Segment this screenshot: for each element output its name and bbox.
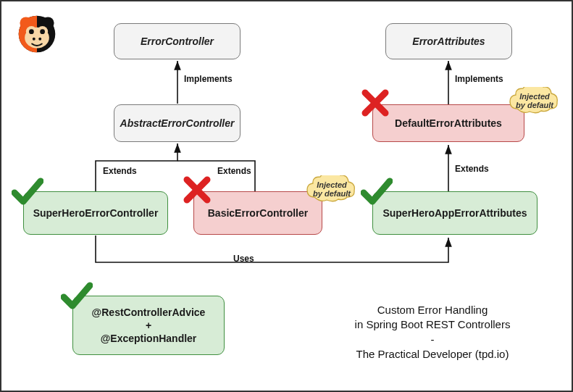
cross-icon — [361, 88, 390, 120]
caption-line: in Spring Boot REST Controllers — [320, 317, 545, 332]
edge-label-extends-1: Extends — [103, 166, 137, 176]
cloud-text: Injected by default — [516, 93, 553, 109]
cloud-annotation: Injected by default — [306, 175, 358, 204]
node-basic-error-controller: BasicErrorController — [193, 191, 322, 235]
check-icon — [361, 175, 393, 210]
cloud-annotation: Injected by default — [509, 87, 561, 116]
check-icon — [61, 280, 93, 314]
cloud-text: Injected by default — [313, 181, 351, 198]
svg-point-8 — [33, 38, 35, 41]
svg-point-6 — [29, 29, 34, 34]
diagram-canvas: ErrorController ErrorAttributes Implemen… — [0, 0, 573, 392]
node-superhero-app-error-attributes: SuperHeroAppErrorAttributes — [372, 191, 538, 235]
node-advice-handler: @RestControllerAdvice + @ExceptionHandle… — [72, 296, 225, 355]
caption-line: The Practical Developer (tpd.io) — [320, 347, 545, 362]
caption-line: - — [320, 333, 545, 347]
diagram-caption: Custom Error Handling in Spring Boot RES… — [320, 303, 545, 362]
edge-label-extends-3: Extends — [455, 164, 489, 174]
node-error-controller: ErrorController — [114, 23, 241, 59]
edge-label-implements-2: Implements — [455, 74, 503, 84]
node-superhero-error-controller: SuperHeroErrorController — [23, 191, 168, 235]
node-default-error-attributes: DefaultErrorAttributes — [372, 104, 524, 142]
cross-icon — [183, 175, 212, 207]
check-icon — [12, 175, 43, 210]
svg-point-7 — [40, 29, 45, 34]
edge-label-implements-1: Implements — [184, 74, 233, 84]
monkey-logo-icon — [17, 14, 57, 54]
node-abstract-error-controller: AbstractErrorController — [114, 104, 241, 142]
caption-line: Custom Error Handling — [320, 303, 545, 317]
svg-point-9 — [38, 38, 41, 41]
node-error-attributes: ErrorAttributes — [385, 23, 512, 59]
edge-label-extends-2: Extends — [217, 166, 251, 176]
edge-label-uses: Uses — [233, 254, 254, 264]
